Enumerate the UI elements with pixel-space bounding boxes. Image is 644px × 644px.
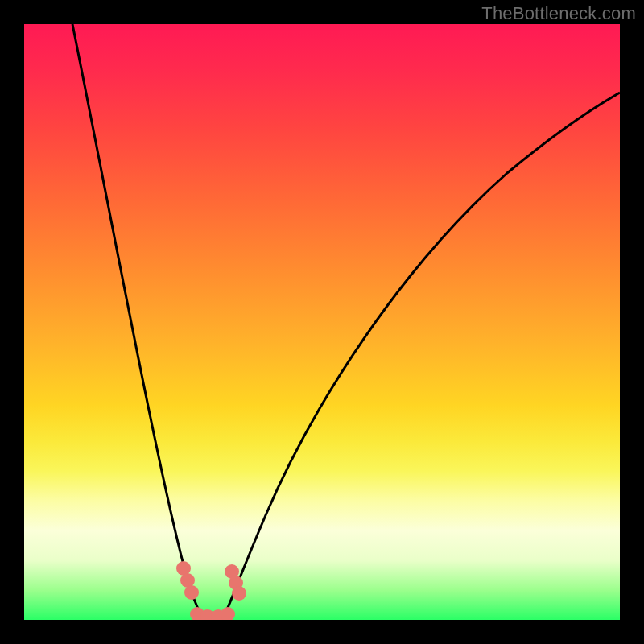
- chart-frame: [24, 24, 620, 620]
- curve-right-branch: [224, 93, 620, 617]
- bead-bottom-4: [221, 607, 235, 620]
- watermark-text: TheBottleneck.com: [481, 3, 636, 24]
- bottleneck-curve: [24, 24, 620, 620]
- curve-left-branch: [72, 24, 203, 617]
- bead-left-3: [184, 585, 199, 600]
- bead-right-3: [232, 586, 246, 601]
